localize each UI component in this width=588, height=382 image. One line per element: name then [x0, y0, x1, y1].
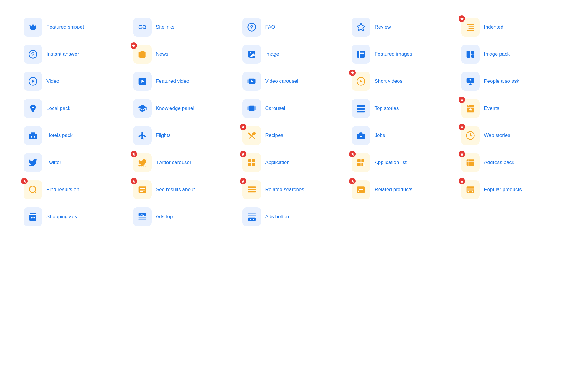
item-ads-bottom[interactable]: ADAds bottom: [242, 207, 346, 226]
svg-rect-7: [467, 30, 474, 31]
label-featured-snippet: Featured snippet: [46, 24, 84, 30]
item-related-searches[interactable]: Related searches: [242, 180, 346, 199]
item-hotels-pack[interactable]: Hotels pack: [24, 126, 127, 145]
icon-wrap-faq: ?: [242, 18, 261, 37]
star-badge: [21, 178, 28, 184]
label-find-results-on: Find results on: [46, 186, 79, 193]
label-recipes: Recipes: [265, 132, 283, 139]
svg-point-33: [32, 106, 34, 109]
item-address-pack[interactable]: Address pack: [461, 153, 564, 172]
item-carousel[interactable]: Carousel: [242, 99, 346, 118]
item-web-stories[interactable]: Web stories: [461, 126, 564, 145]
icon-wrap-knowledge-panel: [133, 99, 152, 118]
star-badge: [240, 124, 246, 130]
item-image-pack[interactable]: Image pack: [461, 45, 564, 64]
item-faq[interactable]: ?FAQ: [242, 18, 346, 37]
star-badge: [459, 178, 465, 184]
svg-marker-3: [460, 17, 464, 20]
item-featured-video[interactable]: Featured video: [133, 72, 236, 91]
item-shopping-ads[interactable]: Shopping ads: [24, 207, 127, 226]
label-application: Application: [265, 159, 290, 166]
svg-rect-83: [248, 191, 256, 192]
label-ads-top: Ads top: [156, 214, 173, 220]
icon-wrap-web-stories: [461, 126, 480, 145]
label-image-pack: Image pack: [484, 51, 510, 57]
star-badge: [131, 42, 137, 49]
icon-wrap-ads-top: AD: [133, 207, 152, 226]
item-local-pack[interactable]: Local pack: [24, 99, 127, 118]
label-sitelinks: Sitelinks: [156, 24, 174, 30]
item-jobs[interactable]: Jobs: [352, 126, 455, 145]
label-related-searches: Related searches: [265, 186, 304, 193]
item-find-results-on[interactable]: Find results on: [24, 180, 127, 199]
item-flights[interactable]: Flights: [133, 126, 236, 145]
icon-wrap-image-pack: [461, 45, 480, 64]
item-featured-images[interactable]: Featured images: [352, 45, 455, 64]
star-badge: [349, 178, 356, 184]
item-sitelinks[interactable]: Sitelinks: [133, 18, 236, 37]
svg-rect-34: [249, 106, 254, 111]
label-jobs: Jobs: [374, 132, 385, 139]
icon-wrap-hotels-pack: [24, 126, 42, 145]
item-events[interactable]: ★Events: [461, 99, 564, 118]
item-image[interactable]: Image: [242, 45, 346, 64]
svg-marker-55: [132, 153, 135, 156]
item-ads-top[interactable]: ADAds top: [133, 207, 236, 226]
item-people-also-ask[interactable]: ?People also ask: [461, 72, 564, 91]
svg-rect-26: [255, 79, 256, 83]
item-news[interactable]: News: [133, 45, 236, 64]
item-recipes[interactable]: Recipes: [242, 126, 346, 145]
item-featured-snippet[interactable]: Featured snippet: [24, 18, 127, 37]
svg-rect-69: [467, 159, 474, 166]
svg-rect-17: [467, 51, 470, 58]
item-related-products[interactable]: Related products: [352, 180, 455, 199]
item-twitter[interactable]: Twitter: [24, 153, 127, 172]
item-application[interactable]: Application: [242, 153, 346, 172]
svg-rect-82: [248, 189, 256, 190]
svg-marker-80: [241, 180, 245, 183]
label-hotels-pack: Hotels pack: [46, 132, 73, 139]
label-twitter-carousel: Twitter carousel: [156, 159, 191, 166]
label-carousel: Carousel: [265, 105, 285, 112]
label-local-pack: Local pack: [46, 105, 70, 112]
item-knowledge-panel[interactable]: Knowledge panel: [133, 99, 236, 118]
item-application-list[interactable]: Application list: [352, 153, 455, 172]
item-instant-answer[interactable]: ?Instant answer: [24, 45, 127, 64]
item-twitter-carousel[interactable]: Twitter carousel: [133, 153, 236, 172]
svg-marker-53: [460, 125, 464, 128]
label-people-also-ask: People also ask: [484, 78, 519, 85]
label-top-stories: Top stories: [374, 105, 399, 112]
svg-rect-38: [357, 108, 365, 110]
item-see-results-about[interactable]: See results about: [133, 180, 236, 199]
star-badge: [459, 151, 465, 157]
item-indented[interactable]: Indented: [461, 18, 564, 37]
svg-rect-52: [360, 136, 362, 137]
item-video[interactable]: Video: [24, 72, 127, 91]
svg-marker-50: [241, 125, 245, 128]
svg-rect-65: [357, 163, 361, 166]
svg-text:?: ?: [250, 24, 253, 30]
svg-marker-21: [32, 80, 34, 83]
svg-rect-25: [247, 79, 249, 83]
item-short-videos[interactable]: Short videos: [352, 72, 455, 91]
svg-point-73: [29, 186, 36, 192]
icon-wrap-review: [352, 18, 370, 37]
icon-wrap-address-pack: [461, 153, 480, 172]
svg-marker-40: [460, 98, 464, 101]
item-video-carousel[interactable]: Video carousel: [242, 72, 346, 91]
star-badge: [349, 70, 356, 76]
item-popular-products[interactable]: Popular products: [461, 180, 564, 199]
item-review[interactable]: Review: [352, 18, 455, 37]
svg-marker-87: [460, 180, 464, 183]
feature-grid: Featured snippetSitelinks?FAQReviewInden…: [24, 18, 564, 226]
icon-wrap-flights: [133, 126, 152, 145]
icon-wrap-events: ★: [461, 99, 480, 118]
svg-rect-60: [248, 163, 251, 166]
svg-rect-36: [254, 106, 256, 110]
svg-marker-2: [357, 23, 365, 31]
item-top-stories[interactable]: Top stories: [352, 99, 455, 118]
icon-wrap-find-results-on: [24, 180, 42, 199]
svg-rect-67: [364, 165, 365, 166]
icon-wrap-image: [242, 45, 261, 64]
icon-wrap-jobs: [352, 126, 370, 145]
